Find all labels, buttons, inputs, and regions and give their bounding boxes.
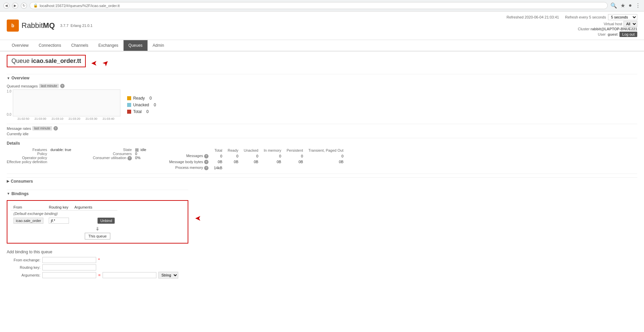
routing-key-input[interactable]: [49, 218, 69, 224]
bindings-triangle: ▼: [7, 192, 10, 195]
eff-policy-key: Effective policy definition: [7, 160, 47, 164]
op-policy-key: Operator policy: [7, 156, 47, 160]
down-arrow-symbol: ⇓: [11, 225, 184, 233]
overview-label: Overview: [11, 76, 29, 80]
from-exchange-input[interactable]: [42, 257, 96, 263]
unacked-value: 0: [154, 103, 156, 107]
arguments-value-input[interactable]: [103, 272, 156, 278]
memory-help[interactable]: ?: [204, 166, 209, 170]
messages-help[interactable]: ?: [204, 154, 209, 158]
cluster-value: rabbit@LAPTOP-BNUE221: [591, 27, 637, 31]
nav-queues[interactable]: Queues: [123, 40, 148, 51]
stats-memory-total: 14kB: [211, 165, 225, 171]
bindings-wrapper: ▼ Bindings From Routing key Arguments: [7, 187, 637, 246]
queue-title-prefix: Queue: [11, 58, 30, 64]
routing-key-form-row: Routing key:: [7, 264, 637, 270]
this-queue-box: This queue: [85, 233, 110, 239]
menu-icon[interactable]: ⋮: [635, 2, 641, 9]
routing-key-form-input[interactable]: [42, 264, 96, 270]
bindings-section-label: Bindings: [11, 191, 29, 196]
stats-memory-unacked: [241, 165, 261, 171]
total-value: 0: [146, 109, 149, 114]
nav-connections[interactable]: Connections: [34, 40, 66, 51]
add-binding-section: Add binding to this queue From exchange:…: [7, 250, 637, 279]
queue-name: icao.sale_order.tt: [31, 58, 81, 64]
stats-bytes-label: Message body bytes ?: [166, 159, 211, 165]
queued-messages-label: Queued messages last minute ?: [7, 84, 637, 88]
total-color-box: [127, 110, 131, 114]
forward-button[interactable]: ▶: [12, 3, 18, 9]
bytes-help[interactable]: ?: [204, 160, 209, 164]
profile-icon[interactable]: ●: [629, 2, 632, 9]
browser-chrome: ◀ ▶ ↻ 🔒 localhost:15672/#/queues/%2F/ica…: [0, 0, 644, 11]
state-key: State: [91, 148, 132, 152]
unacked-color-box: [127, 103, 131, 107]
binding-icao-row: icao.sale_order Unbind: [11, 217, 117, 225]
vhost-line: Virtual host All: [506, 21, 637, 27]
star-icon[interactable]: ★: [620, 2, 625, 9]
required-star-exchange: *: [98, 258, 100, 262]
bindings-col-action: [95, 204, 117, 211]
rmq-logo-icon: b: [7, 20, 19, 32]
stats-bytes-total: 0B: [211, 159, 225, 165]
consumers-section-label: Consumers: [11, 179, 33, 184]
nav-exchanges[interactable]: Exchanges: [93, 40, 123, 51]
cluster-label: Cluster: [578, 27, 590, 31]
stats-bytes-row: Message body bytes ? 0B 0B 0B 0B 0B 0B: [166, 159, 346, 165]
state-val: idle: [135, 148, 146, 152]
bindings-col-routing: Routing key: [46, 204, 72, 211]
search-icon[interactable]: 🔍: [610, 2, 617, 9]
user-label: User: [598, 32, 606, 36]
stats-col-total: Total: [211, 148, 225, 153]
stats-messages-total: 0: [211, 153, 225, 159]
stats-col-transient: Transient, Paged Out: [306, 148, 346, 153]
legend-ready: Ready 0: [127, 96, 156, 101]
queued-messages-help[interactable]: ?: [60, 84, 65, 88]
nav-channels[interactable]: Channels: [66, 40, 93, 51]
legend-total: Total 0: [127, 109, 156, 114]
consumer-util-help[interactable]: ?: [127, 156, 132, 160]
consumers-key: Consumers: [91, 152, 132, 156]
x-label-4: 21:03:30: [85, 117, 97, 120]
browser-icons: 🔍 ★ ● ⋮: [610, 2, 641, 9]
stats-messages-inmemory: 0: [261, 153, 284, 159]
x-label-5: 21:03:40: [103, 117, 114, 120]
chart-box: [13, 89, 120, 116]
consumers-header[interactable]: ▶ Consumers: [7, 177, 637, 185]
nav-overview[interactable]: Overview: [7, 40, 34, 51]
equals-sign: =: [98, 273, 101, 278]
nav-admin[interactable]: Admin: [148, 40, 169, 51]
unbind-button[interactable]: Unbind: [98, 218, 115, 224]
message-rates-badge: last minute: [32, 126, 52, 131]
bindings-header[interactable]: ▼ Bindings: [7, 190, 188, 197]
arguments-key-input[interactable]: [42, 272, 96, 278]
rmq-header-info: Refreshed 2020-06-04 21:03:41 Refresh ev…: [506, 14, 637, 37]
this-queue-container: This queue: [11, 233, 184, 239]
refresh-select[interactable]: 5 seconds 10 seconds 30 seconds: [608, 14, 637, 20]
binding-from-cell: icao.sale_order: [11, 217, 46, 225]
currently-idle: Currently idle: [7, 132, 637, 136]
arguments-type-select[interactable]: String: [158, 272, 178, 279]
stats-col: Total Ready Unacked In memory Persistent…: [166, 148, 346, 171]
rmq-logo-text: RabbitMQ: [22, 21, 55, 30]
logout-button[interactable]: Log out: [619, 32, 637, 37]
stats-col-inmemory: In memory: [261, 148, 284, 153]
stats-memory-inmemory: [261, 165, 284, 171]
details-label: Details: [7, 141, 637, 146]
features-key: Features: [7, 148, 47, 152]
message-rates-help[interactable]: ?: [53, 126, 58, 131]
stats-memory-ready: [225, 165, 241, 171]
bindings-table: From Routing key Arguments (Default exch…: [11, 204, 117, 225]
overview-header[interactable]: ▼ Overview: [7, 74, 637, 82]
back-button[interactable]: ◀: [3, 3, 9, 9]
stats-bytes-inmemory: 0B: [261, 159, 284, 165]
chart-area: 1.0 0.0 21:02:50 21:03:00 21:03:10 21:03…: [7, 89, 637, 120]
binding-from-value: icao.sale_order: [13, 218, 43, 224]
vhost-select[interactable]: All: [623, 21, 637, 27]
policy-row: Policy: [7, 152, 71, 156]
stats-bytes-transient: 0B: [306, 159, 346, 165]
op-policy-row: Operator policy: [7, 156, 71, 160]
bindings-arrow-annotation: ➤: [195, 187, 201, 223]
reload-button[interactable]: ↻: [21, 3, 27, 9]
address-bar[interactable]: 🔒 localhost:15672/#/queues/%2F/icao.sale…: [30, 2, 608, 9]
